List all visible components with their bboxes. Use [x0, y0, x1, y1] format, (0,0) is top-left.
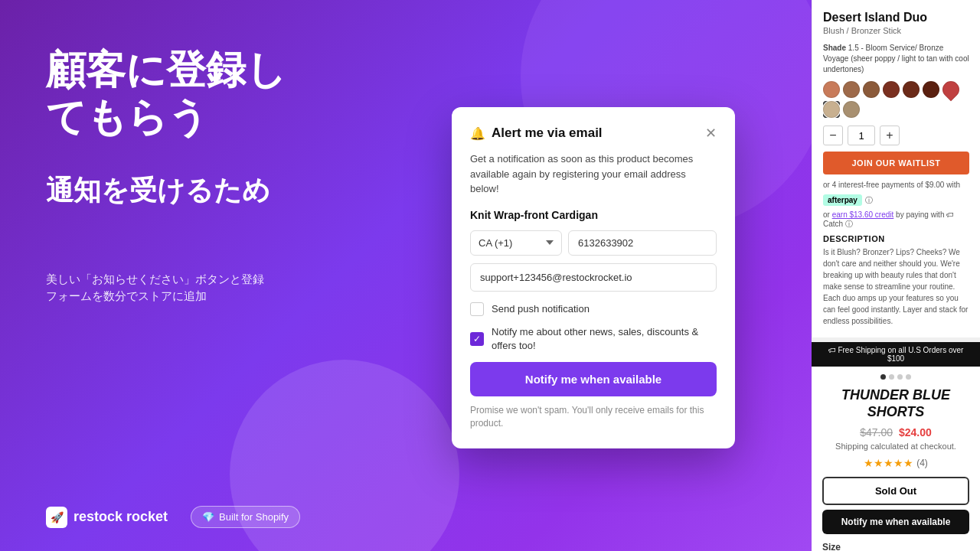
diamond-icon: 💎 [202, 511, 214, 523]
price-original: $47.00 [860, 426, 893, 439]
push-notification-checkbox[interactable] [470, 302, 484, 316]
swatch-2[interactable] [843, 81, 860, 98]
left-section: 顧客に登録し てもらう 通知を受けるため 美しい「お知らせください」ボタンと登録… [46, 46, 383, 344]
swatch-6[interactable] [923, 81, 939, 98]
panel-top-subtitle: Blush / Bronzer Stick [823, 26, 969, 35]
shipping-note: Shipping calculated at checkout. [822, 442, 969, 451]
qty-row: − + [823, 126, 969, 145]
phone-number-input[interactable] [568, 230, 717, 256]
afterpay-text: or 4 interest-free payments of $9.00 wit… [823, 181, 969, 189]
news-notification-checkbox[interactable]: ✓ [470, 332, 484, 346]
dot-2[interactable] [889, 374, 894, 380]
main-title: 顧客に登録し てもらう [46, 46, 383, 142]
stars-display: ★★★★★ [864, 457, 913, 469]
description-heading: DESCRIPTION [823, 234, 969, 243]
swatch-5[interactable] [903, 81, 920, 98]
phone-country-select[interactable]: CA (+1) US (+1) UK (+44) [470, 230, 562, 256]
qty-decrease-btn[interactable]: − [823, 126, 843, 145]
swatch-1[interactable] [823, 81, 840, 98]
product-panel-bottom: 🏷 Free Shipping on all U.S Orders over $… [812, 337, 980, 551]
description-text-panel: Is it Blush? Bronzer? Lips? Cheeks? We d… [823, 246, 969, 327]
notify-me-button[interactable]: Notify me when available [822, 510, 969, 534]
product-b-name: THUNDER BLUE SHORTS [822, 387, 969, 420]
news-notification-label: Notify me about other news, sales, disco… [492, 325, 717, 353]
swatch-3[interactable] [863, 81, 880, 98]
waitlist-button[interactable]: JOIN OUR WAITLIST [823, 152, 969, 174]
modal-header: 🔔 Alert me via email ✕ [470, 126, 717, 141]
dot-3[interactable] [897, 374, 903, 380]
price-row: $47.00 $24.00 [822, 426, 969, 439]
size-label: Size [822, 542, 969, 551]
dot-indicators [822, 374, 969, 380]
alert-modal: 🔔 Alert me via email ✕ Get a notificatio… [452, 107, 735, 448]
swatch-8[interactable] [823, 101, 840, 118]
modal-product-name: Knit Wrap-front Cardigan [470, 209, 717, 221]
right-section: Desert Island Duo Blush / Bronzer Stick … [812, 0, 980, 551]
dot-4[interactable] [906, 374, 911, 380]
swatch-9[interactable] [843, 101, 860, 118]
description-text: 美しい「お知らせください」ボタンと登録 フォームを数分でストアに追加 [46, 271, 383, 305]
modal-title-text: Alert me via email [492, 126, 603, 141]
panel-top-title: Desert Island Duo [823, 11, 969, 24]
close-button[interactable]: ✕ [705, 126, 717, 140]
shopify-label: Built for Shopify [219, 511, 289, 523]
push-notification-label: Send push notification [492, 302, 590, 316]
dot-1[interactable] [880, 374, 886, 380]
bell-icon: 🔔 [470, 126, 485, 141]
qty-input[interactable] [848, 126, 875, 145]
news-notification-row[interactable]: ✓ Notify me about other news, sales, dis… [470, 325, 717, 353]
push-notification-row[interactable]: Send push notification [470, 302, 717, 316]
catch-link[interactable]: earn $13.60 credit [832, 210, 894, 219]
color-swatches [823, 81, 969, 118]
shopify-badge: 💎 Built for Shopify [191, 506, 300, 528]
product-panel-top: Desert Island Duo Blush / Bronzer Stick … [812, 0, 980, 337]
shipping-banner: 🏷 Free Shipping on all U.S Orders over $… [812, 342, 980, 367]
brand-row: 🚀 restock rocket 💎 Built for Shopify [46, 506, 300, 528]
swatch-4[interactable] [883, 81, 900, 98]
sold-out-button[interactable]: Sold Out [822, 477, 969, 505]
stars-row: ★★★★★ (4) [822, 457, 969, 469]
spam-note: Promise we won't spam. You'll only recei… [470, 404, 717, 430]
modal-description: Get a notification as soon as this produ… [470, 152, 717, 197]
modal-title-row: 🔔 Alert me via email [470, 126, 603, 141]
email-input[interactable] [470, 263, 717, 292]
brand-name: restock rocket [74, 509, 168, 525]
rocket-icon: 🚀 [46, 507, 67, 528]
afterpay-badge: afterpay [823, 194, 862, 206]
swatch-7[interactable] [939, 77, 962, 101]
shade-label: Shade 1.5 - Bloom Service/ Bronze Voyage… [823, 43, 969, 75]
notify-button[interactable]: Notify me when available [470, 362, 717, 396]
brand-logo: 🚀 restock rocket [46, 507, 168, 528]
price-sale: $24.00 [899, 426, 932, 439]
review-count: (4) [916, 458, 928, 468]
phone-row: CA (+1) US (+1) UK (+44) [470, 230, 717, 256]
catch-text: or earn $13.60 credit by paying with 🏷 C… [823, 210, 969, 230]
sub-title: 通知を受けるため [46, 172, 383, 210]
qty-increase-btn[interactable]: + [880, 126, 900, 145]
